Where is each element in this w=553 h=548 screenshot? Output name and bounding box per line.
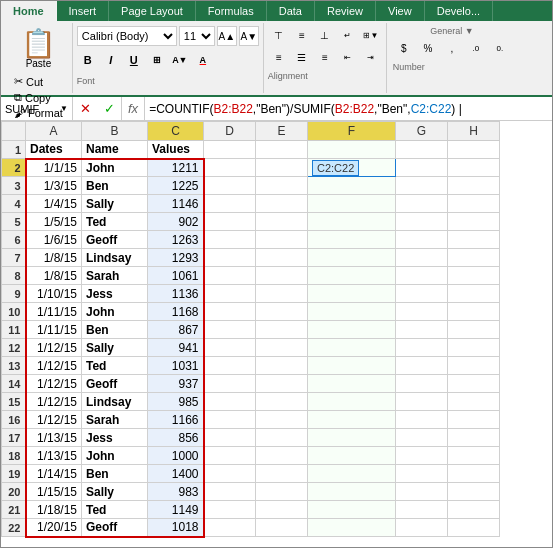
cell-b1[interactable]: Name [82, 141, 148, 159]
cell-f2[interactable]: C2:C22 [308, 159, 396, 177]
cell-d14[interactable] [204, 375, 256, 393]
cell-g20[interactable] [396, 483, 448, 501]
cell-f21[interactable] [308, 501, 396, 519]
cell-b6[interactable]: Geoff [82, 231, 148, 249]
align-middle-button[interactable]: ≡ [291, 25, 313, 45]
font-size-select[interactable]: 11 [179, 26, 215, 46]
cell-a7[interactable]: 1/8/15 [26, 249, 82, 267]
font-name-select[interactable]: Calibri (Body) [77, 26, 177, 46]
row-header-20[interactable]: 20 [2, 483, 26, 501]
cell-d17[interactable] [204, 429, 256, 447]
col-header-b[interactable]: B [82, 122, 148, 141]
cell-e18[interactable] [256, 447, 308, 465]
cell-h5[interactable] [448, 213, 500, 231]
cell-d11[interactable] [204, 321, 256, 339]
col-header-c[interactable]: C [148, 122, 204, 141]
cell-b5[interactable]: Ted [82, 213, 148, 231]
cell-e10[interactable] [256, 303, 308, 321]
row-header-14[interactable]: 14 [2, 375, 26, 393]
font-size-decrease[interactable]: A▼ [239, 26, 259, 46]
cell-e20[interactable] [256, 483, 308, 501]
cell-d22[interactable] [204, 519, 256, 537]
cell-a6[interactable]: 1/6/15 [26, 231, 82, 249]
cell-a15[interactable]: 1/12/15 [26, 393, 82, 411]
cell-f12[interactable] [308, 339, 396, 357]
cell-d13[interactable] [204, 357, 256, 375]
cell-b11[interactable]: Ben [82, 321, 148, 339]
row-header-3[interactable]: 3 [2, 177, 26, 195]
align-center-button[interactable]: ☰ [291, 47, 313, 67]
cell-f14[interactable] [308, 375, 396, 393]
row-header-5[interactable]: 5 [2, 213, 26, 231]
cell-h10[interactable] [448, 303, 500, 321]
cell-f7[interactable] [308, 249, 396, 267]
row-header-13[interactable]: 13 [2, 357, 26, 375]
cell-c17[interactable]: 856 [148, 429, 204, 447]
row-header-17[interactable]: 17 [2, 429, 26, 447]
underline-button[interactable]: U [123, 49, 145, 71]
row-header-16[interactable]: 16 [2, 411, 26, 429]
sheet-scroll[interactable]: A B C D E F G H 1DatesNameValues21/1/15J… [1, 121, 552, 547]
cell-e17[interactable] [256, 429, 308, 447]
cell-c19[interactable]: 1400 [148, 465, 204, 483]
comma-button[interactable]: , [441, 38, 463, 58]
cell-e22[interactable] [256, 519, 308, 537]
cell-b14[interactable]: Geoff [82, 375, 148, 393]
paste-button[interactable]: 📋 Paste [12, 25, 65, 74]
cell-h6[interactable] [448, 231, 500, 249]
cell-e1[interactable] [256, 141, 308, 159]
cell-b3[interactable]: Ben [82, 177, 148, 195]
tab-develop[interactable]: Develo... [425, 1, 493, 21]
increase-decimal-button[interactable]: .0 [465, 38, 487, 58]
cell-f9[interactable] [308, 285, 396, 303]
cell-g7[interactable] [396, 249, 448, 267]
decrease-decimal-button[interactable]: 0. [489, 38, 511, 58]
cell-h8[interactable] [448, 267, 500, 285]
border-button[interactable]: ⊞ [146, 49, 168, 71]
cell-g21[interactable] [396, 501, 448, 519]
cell-e12[interactable] [256, 339, 308, 357]
align-bottom-button[interactable]: ⊥ [314, 25, 336, 45]
cell-a9[interactable]: 1/10/15 [26, 285, 82, 303]
cell-c22[interactable]: 1018 [148, 519, 204, 537]
cell-h4[interactable] [448, 195, 500, 213]
cell-h1[interactable] [448, 141, 500, 159]
cell-h14[interactable] [448, 375, 500, 393]
cell-h22[interactable] [448, 519, 500, 537]
cell-g12[interactable] [396, 339, 448, 357]
row-header-19[interactable]: 19 [2, 465, 26, 483]
cell-h11[interactable] [448, 321, 500, 339]
cell-c10[interactable]: 1168 [148, 303, 204, 321]
cell-d8[interactable] [204, 267, 256, 285]
cell-c8[interactable]: 1061 [148, 267, 204, 285]
cell-g15[interactable] [396, 393, 448, 411]
row-header-8[interactable]: 8 [2, 267, 26, 285]
cell-c1[interactable]: Values [148, 141, 204, 159]
tab-page-layout[interactable]: Page Layout [109, 1, 196, 21]
cell-a1[interactable]: Dates [26, 141, 82, 159]
cell-f4[interactable] [308, 195, 396, 213]
name-box-dropdown-icon[interactable]: ▼ [60, 104, 68, 113]
cell-a21[interactable]: 1/18/15 [26, 501, 82, 519]
cell-d4[interactable] [204, 195, 256, 213]
cell-f10[interactable] [308, 303, 396, 321]
row-header-12[interactable]: 12 [2, 339, 26, 357]
cell-c13[interactable]: 1031 [148, 357, 204, 375]
col-header-d[interactable]: D [204, 122, 256, 141]
tab-insert[interactable]: Insert [57, 1, 110, 21]
cell-g14[interactable] [396, 375, 448, 393]
cell-c7[interactable]: 1293 [148, 249, 204, 267]
cell-d7[interactable] [204, 249, 256, 267]
cell-e11[interactable] [256, 321, 308, 339]
cell-e8[interactable] [256, 267, 308, 285]
cell-b2[interactable]: John [82, 159, 148, 177]
cell-f22[interactable] [308, 519, 396, 537]
cell-g22[interactable] [396, 519, 448, 537]
cell-h20[interactable] [448, 483, 500, 501]
cell-b7[interactable]: Lindsay [82, 249, 148, 267]
cell-c6[interactable]: 1263 [148, 231, 204, 249]
tab-review[interactable]: Review [315, 1, 376, 21]
font-size-increase[interactable]: A▲ [217, 26, 237, 46]
cell-e5[interactable] [256, 213, 308, 231]
cell-c11[interactable]: 867 [148, 321, 204, 339]
